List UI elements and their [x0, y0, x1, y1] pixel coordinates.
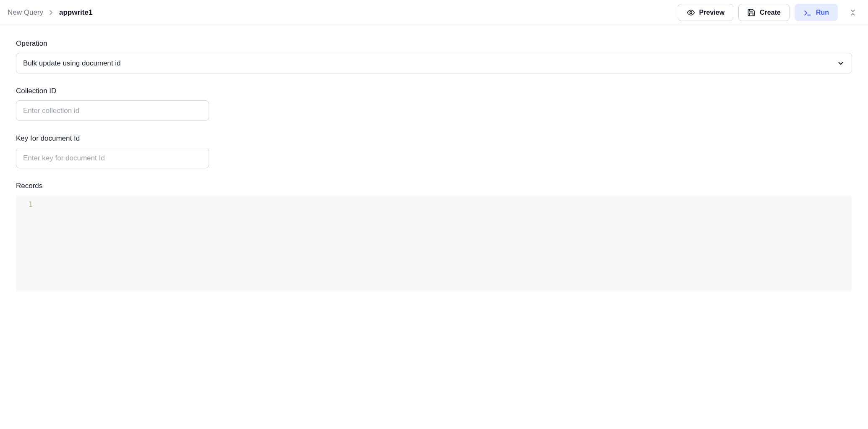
preview-button[interactable]: Preview — [678, 4, 733, 21]
terminal-icon — [803, 8, 812, 17]
breadcrumb-current: appwrite1 — [59, 8, 92, 17]
records-label: Records — [16, 182, 852, 190]
header-actions: Preview Create Run — [678, 4, 860, 21]
main: Operation Bulk update using document id … — [0, 25, 868, 319]
collection-id-field: Collection ID — [16, 87, 852, 121]
operation-field: Operation Bulk update using document id — [16, 39, 852, 73]
collapse-toggle[interactable] — [845, 5, 860, 20]
document-key-input[interactable] — [16, 148, 209, 168]
breadcrumb-root[interactable]: New Query — [8, 8, 43, 17]
breadcrumb: New Query appwrite1 — [8, 8, 92, 17]
create-button[interactable]: Create — [738, 4, 790, 21]
chevron-right-icon — [49, 10, 53, 16]
editor-body[interactable] — [33, 200, 845, 287]
run-label: Run — [816, 9, 829, 16]
records-editor[interactable]: 1 — [16, 195, 852, 292]
document-key-field: Key for document Id — [16, 134, 852, 168]
operation-label: Operation — [16, 39, 852, 48]
run-button[interactable]: Run — [795, 4, 838, 21]
records-field: Records 1 — [16, 182, 852, 292]
collection-id-label: Collection ID — [16, 87, 852, 95]
preview-label: Preview — [699, 9, 724, 16]
editor-gutter: 1 — [23, 200, 33, 287]
chevrons-collapse-icon — [849, 9, 857, 16]
collection-id-input[interactable] — [16, 100, 209, 121]
operation-value: Bulk update using document id — [23, 59, 121, 68]
header: New Query appwrite1 Preview — [0, 0, 868, 25]
document-key-label: Key for document Id — [16, 134, 852, 143]
create-label: Create — [760, 9, 781, 16]
save-icon — [747, 8, 756, 17]
operation-select-wrap: Bulk update using document id — [16, 53, 852, 73]
line-number: 1 — [23, 200, 33, 209]
eye-icon — [687, 8, 695, 17]
svg-point-0 — [690, 11, 692, 13]
operation-select[interactable]: Bulk update using document id — [16, 53, 852, 73]
